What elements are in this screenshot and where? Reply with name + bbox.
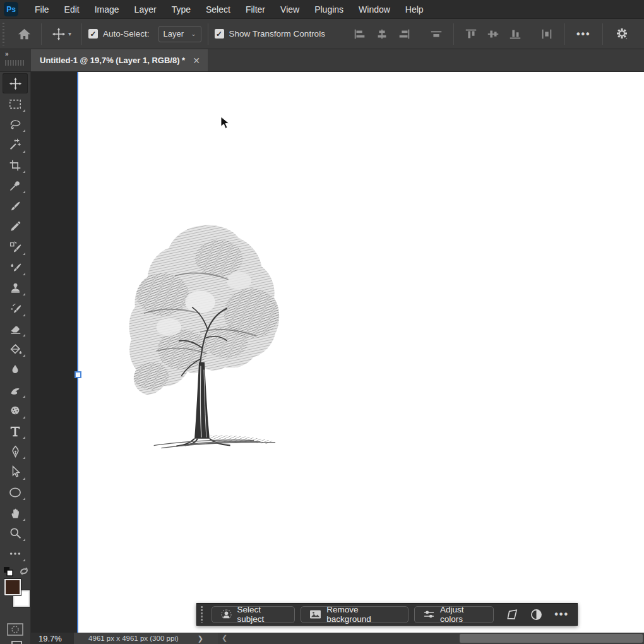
remove-background-button[interactable]: Remove background	[301, 606, 408, 623]
separator	[453, 23, 454, 45]
magic-wand-tool[interactable]	[3, 134, 28, 155]
align-top-icon[interactable]	[464, 28, 478, 40]
document-tab-title: Untitled-1 @ 19,7% (Layer 1, RGB/8) *	[40, 56, 185, 65]
document-tab[interactable]: Untitled-1 @ 19,7% (Layer 1, RGB/8) * ✕	[31, 49, 208, 71]
chevron-down-icon: ⌄	[191, 30, 196, 37]
remove-background-label: Remove background	[326, 605, 400, 624]
menu-filter[interactable]: Filter	[238, 0, 273, 19]
pen-tool[interactable]	[3, 441, 28, 462]
close-tab-icon[interactable]: ✕	[193, 56, 200, 66]
canvas-area: Select subject Remove background Adjust …	[31, 72, 644, 633]
tree-sketch-image	[125, 219, 282, 451]
separator	[208, 23, 208, 45]
smudge-tool[interactable]	[3, 380, 28, 400]
auto-select-target-dropdown[interactable]: Layer ⌄	[158, 26, 201, 42]
options-bar-grip[interactable]	[1, 23, 6, 45]
mixer-brush-tool[interactable]	[3, 258, 28, 278]
screen-mode-icon[interactable]	[8, 640, 23, 644]
document-tab-bar: » Untitled-1 @ 19,7% (Layer 1, RGB/8) * …	[0, 49, 644, 72]
select-subject-label: Select subject	[237, 605, 287, 624]
align-left-icon[interactable]	[353, 28, 367, 40]
paint-bucket-tool[interactable]	[3, 339, 28, 359]
collapse-panel-icon[interactable]: »	[5, 51, 8, 57]
align-vertical-centers-icon[interactable]	[486, 28, 500, 40]
horizontal-scrollbar[interactable]: ❮	[218, 633, 644, 644]
menu-window[interactable]: Window	[351, 0, 398, 19]
quick-mask-mode-icon[interactable]	[7, 623, 23, 636]
clone-stamp-tool[interactable]	[3, 278, 28, 298]
menu-layer[interactable]: Layer	[127, 0, 164, 19]
move-tool[interactable]	[3, 73, 28, 93]
pencil-tool[interactable]	[3, 217, 28, 237]
photoshop-logo: Ps	[4, 2, 18, 16]
contrast-circle-icon[interactable]	[527, 609, 546, 621]
document-dimensions: 4961 px x 4961 px (300 ppi)	[88, 635, 179, 642]
history-brush-tool[interactable]	[3, 237, 28, 257]
direct-selection-tool[interactable]	[3, 462, 28, 482]
home-icon	[18, 28, 31, 40]
tool-options-bar: ▾ ✓ Auto-Select: Layer ⌄ ✓ Show Transfor…	[0, 19, 644, 49]
menu-type[interactable]: Type	[164, 0, 198, 19]
auto-select-label: Auto-Select:	[103, 29, 150, 39]
more-options-icon[interactable]: •••	[551, 609, 572, 620]
rectangular-marquee-tool[interactable]	[3, 93, 28, 114]
status-info-chevron-icon[interactable]: ❯	[198, 635, 203, 643]
align-bottom-icon[interactable]	[508, 28, 522, 40]
auto-select-checkbox[interactable]: ✓	[88, 29, 98, 39]
blur-tool[interactable]	[3, 359, 28, 379]
current-tool-preset[interactable]: ▾	[48, 27, 75, 41]
move-tool-icon	[52, 27, 66, 41]
swap-colors-icon[interactable]	[18, 566, 30, 576]
menu-plugins[interactable]: Plugins	[307, 0, 351, 19]
menu-select[interactable]: Select	[198, 0, 238, 19]
foreground-color-swatch[interactable]	[4, 579, 21, 595]
tools-panel	[0, 72, 31, 644]
transform-icon[interactable]	[502, 608, 522, 621]
auto-select-checkbox-row[interactable]: ✓ Auto-Select:	[88, 29, 150, 39]
zoom-level-field[interactable]: 19.7%	[31, 633, 74, 644]
eraser-tool[interactable]	[3, 319, 28, 339]
auto-select-target-value: Layer	[164, 29, 184, 39]
more-alignment-options-button[interactable]: •••	[576, 28, 591, 40]
menu-edit[interactable]: Edit	[57, 0, 87, 19]
type-tool[interactable]	[3, 421, 28, 441]
eyedropper-tool[interactable]	[3, 176, 28, 196]
task-bar-grip[interactable]	[200, 606, 205, 623]
hand-tool[interactable]	[3, 503, 28, 523]
workspace: Select subject Remove background Adjust …	[0, 72, 644, 644]
align-right-icon[interactable]	[397, 28, 411, 40]
transform-handle-left[interactable]	[75, 371, 81, 378]
adjust-colors-label: Adjust colors	[440, 605, 485, 624]
panel-grip[interactable]	[5, 60, 24, 66]
default-colors-icon[interactable]	[3, 566, 13, 576]
horizontal-scrollbar-thumb[interactable]	[460, 634, 643, 643]
crop-tool[interactable]	[3, 155, 28, 176]
select-subject-button[interactable]: Select subject	[212, 606, 295, 623]
menu-view[interactable]: View	[273, 0, 307, 19]
brush-tool[interactable]	[3, 196, 28, 216]
workspace-settings-gear-icon[interactable]	[614, 27, 629, 42]
menu-image[interactable]: Image	[87, 0, 127, 19]
menu-file[interactable]: File	[27, 0, 57, 19]
separator	[81, 23, 82, 45]
toolbar-panel-header: »	[0, 49, 31, 71]
separator	[41, 23, 42, 45]
sponge-tool[interactable]	[3, 400, 28, 420]
lasso-tool[interactable]	[3, 114, 28, 134]
show-transform-label: Show Transform Controls	[229, 29, 325, 39]
mouse-cursor-icon	[220, 116, 230, 129]
align-horizontal-centers-icon[interactable]	[375, 28, 389, 40]
adjust-colors-button[interactable]: Adjust colors	[414, 606, 494, 623]
distribute-horizontal-centers-icon[interactable]	[540, 28, 553, 40]
color-controls	[0, 565, 30, 618]
art-history-brush-tool[interactable]	[3, 298, 28, 318]
ellipse-tool[interactable]	[3, 482, 28, 503]
home-button[interactable]	[14, 28, 35, 40]
show-transform-checkbox-row[interactable]: ✓ Show Transform Controls	[215, 29, 325, 39]
scroll-left-arrow-icon[interactable]: ❮	[222, 634, 227, 642]
zoom-tool[interactable]	[3, 523, 28, 544]
show-transform-checkbox[interactable]: ✓	[215, 29, 224, 39]
distribute-vertical-centers-icon[interactable]	[429, 28, 443, 40]
menu-help[interactable]: Help	[398, 0, 431, 19]
edit-toolbar-more-icon[interactable]	[3, 544, 28, 564]
